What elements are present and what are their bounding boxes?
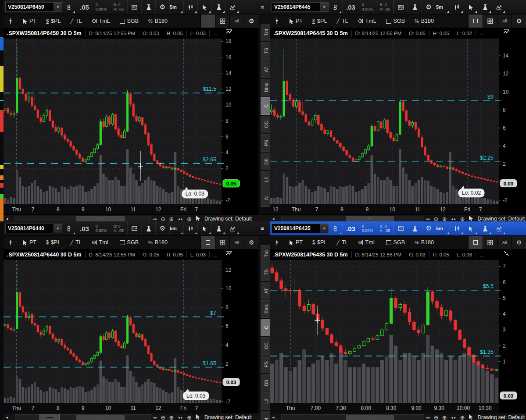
scroll-left-arrow[interactable]: ◄ xyxy=(4,217,11,221)
drawings-button[interactable] xyxy=(225,0,240,14)
scroll-arrows[interactable]: ◂ ▸ xyxy=(151,416,159,420)
cursor-button[interactable] xyxy=(197,221,211,235)
news-button[interactable] xyxy=(127,221,141,235)
drawings-button[interactable] xyxy=(225,221,240,235)
panel-menu-icon[interactable]: ≡ xyxy=(257,225,268,232)
fit-all-button[interactable]: All xyxy=(229,236,244,249)
side-tab-trd[interactable]: Trd xyxy=(261,24,270,41)
analysis-button[interactable] xyxy=(478,221,492,235)
grid-layout-button[interactable] xyxy=(483,14,497,28)
scrollbar-thumb[interactable]: ⋯ xyxy=(346,415,394,420)
chart-canvas[interactable]: 1412108642-212Thu789101112Fri7$9$2.250.0… xyxy=(270,39,526,214)
studies-button[interactable] xyxy=(141,0,155,14)
side-tab-oc[interactable]: OC xyxy=(261,116,270,133)
scrollbar-track[interactable]: ⋯ xyxy=(281,216,424,221)
tml-tool[interactable]: TmL xyxy=(353,14,381,28)
symbol-input[interactable]: V250814P6445 xyxy=(272,2,320,12)
chart-canvas[interactable]: 12108642-2Thu789101112Fri7$7$1.650.03Lo:… xyxy=(4,260,270,413)
scroll-left-arrow[interactable]: ◄ xyxy=(4,416,11,420)
pin-button[interactable] xyxy=(270,14,284,28)
analysis-button[interactable] xyxy=(211,221,225,235)
zoom-in-icon[interactable]: ⊕ xyxy=(440,216,449,222)
sgb-tool[interactable]: SGB xyxy=(115,236,143,249)
side-tab-ts[interactable]: TS xyxy=(261,263,270,281)
settings-button[interactable]: ⚙ xyxy=(422,221,436,235)
timeframe-button[interactable]: 5m xyxy=(169,0,183,14)
side-tab-c[interactable]: C xyxy=(261,319,270,336)
trendline-tool[interactable]: ╱TL xyxy=(332,236,353,249)
chart-canvas[interactable]: 18161412108642-2Thu789101112Fri7$11.5$2.… xyxy=(4,39,270,214)
side-tab-at[interactable]: AT xyxy=(261,61,270,78)
settings-button[interactable]: ⚙ xyxy=(155,0,169,14)
zoom-in-icon[interactable]: ⊕ xyxy=(440,414,449,420)
analysis-button[interactable] xyxy=(211,0,225,14)
scrollbar-thumb[interactable]: ⋯ xyxy=(76,415,125,420)
fit-all-button[interactable]: All xyxy=(497,14,512,28)
pan-icon[interactable]: ◄► xyxy=(175,217,185,221)
single-chart-button[interactable] xyxy=(200,236,215,249)
spl-tool[interactable]: $$PL xyxy=(308,236,332,249)
side-tab-n[interactable]: N xyxy=(261,411,270,420)
b180-tool[interactable]: %B180 xyxy=(410,236,439,249)
b180-tool[interactable]: %B180 xyxy=(143,14,172,28)
side-tab-trd[interactable]: Trd xyxy=(261,245,270,263)
settings-button[interactable]: ⚙ xyxy=(422,0,436,14)
cursor-mode-icon[interactable] xyxy=(193,414,202,420)
sgb-tool[interactable]: SGB xyxy=(115,14,143,28)
tml-tool[interactable]: TmL xyxy=(87,236,115,249)
chart-canvas[interactable]: 7654321Thu7:007:308:008:309:009:3010:001… xyxy=(270,260,526,413)
pattern-icon[interactable] xyxy=(503,29,509,36)
b180-tool[interactable]: %B180 xyxy=(143,236,172,249)
symbol-input[interactable]: V250814P6440 xyxy=(5,224,54,233)
symbol-input[interactable]: V250814P6435 xyxy=(272,224,320,233)
scrollbar-thumb[interactable]: ⋯ xyxy=(346,216,394,221)
tml-tool[interactable]: TmL xyxy=(353,236,381,249)
chart-type-button[interactable] xyxy=(450,0,464,14)
studies-button[interactable] xyxy=(408,0,422,14)
side-tab-db[interactable]: DB xyxy=(261,374,270,392)
pin-button[interactable] xyxy=(4,236,18,249)
side-tab-l2[interactable]: L2 xyxy=(261,392,270,410)
symbol-input[interactable]: V250814P6450 xyxy=(5,2,54,12)
pattern-icon[interactable] xyxy=(226,250,232,257)
crosshair-icon[interactable]: ⊕ xyxy=(185,216,193,222)
collapsed-panel-button[interactable] xyxy=(39,414,60,420)
cursor-button[interactable] xyxy=(197,0,211,14)
scroll-left-arrow[interactable]: ◄ xyxy=(270,217,277,221)
tml-tool[interactable]: TmL xyxy=(87,14,115,28)
chart-settings-button[interactable]: ⚙ xyxy=(512,14,526,28)
scroll-arrows[interactable]: ◂ ▸ xyxy=(424,416,432,420)
trendline-tool[interactable]: ╱TL xyxy=(65,14,86,28)
flexible-grid-icon[interactable] xyxy=(503,250,509,257)
chart-settings-button[interactable]: ⚙ xyxy=(244,14,258,28)
analysis-button[interactable] xyxy=(478,0,492,14)
fit-all-button[interactable]: All xyxy=(497,236,512,249)
scroll-arrows[interactable]: ◂ ▸ xyxy=(424,217,432,221)
scroll-arrows[interactable]: ◂ ▸ xyxy=(151,217,159,221)
drawing-set-label[interactable]: Drawing set: Default xyxy=(202,216,252,221)
link-button[interactable] xyxy=(329,221,342,235)
sgb-tool[interactable]: SGB xyxy=(381,14,410,28)
side-tab-l2[interactable]: L2 xyxy=(261,171,270,189)
b180-tool[interactable]: %B180 xyxy=(410,14,439,28)
scroll-left-arrow[interactable]: ◄ xyxy=(270,416,277,420)
side-tab-ps[interactable]: PS xyxy=(261,134,270,152)
pan-icon[interactable]: ◄► xyxy=(449,416,458,419)
drawing-set-label[interactable]: Drawing set: Default xyxy=(475,414,525,420)
zoom-out-icon[interactable]: ⊖ xyxy=(432,414,440,420)
trendline-tool[interactable]: ╱TL xyxy=(332,14,353,28)
crosshair-icon[interactable]: ⊕ xyxy=(458,414,466,420)
symbol-dropdown-button[interactable]: ▼ xyxy=(54,2,62,12)
cursor-mode-icon[interactable] xyxy=(466,215,475,221)
zoom-in-icon[interactable]: ⊕ xyxy=(167,216,175,222)
pattern-icon[interactable] xyxy=(226,29,232,36)
pt-tool[interactable]: PT xyxy=(18,14,41,28)
cursor-mode-icon[interactable] xyxy=(466,414,475,420)
pin-button[interactable] xyxy=(270,236,284,249)
pt-tool[interactable]: PT xyxy=(284,14,308,28)
chart-type-button[interactable] xyxy=(183,221,197,235)
link-button[interactable] xyxy=(62,0,76,14)
timeframe-button[interactable]: 5m xyxy=(169,221,183,235)
spl-tool[interactable]: $$PL xyxy=(41,14,65,28)
scrollbar-thumb[interactable]: ⋯ xyxy=(76,216,125,221)
